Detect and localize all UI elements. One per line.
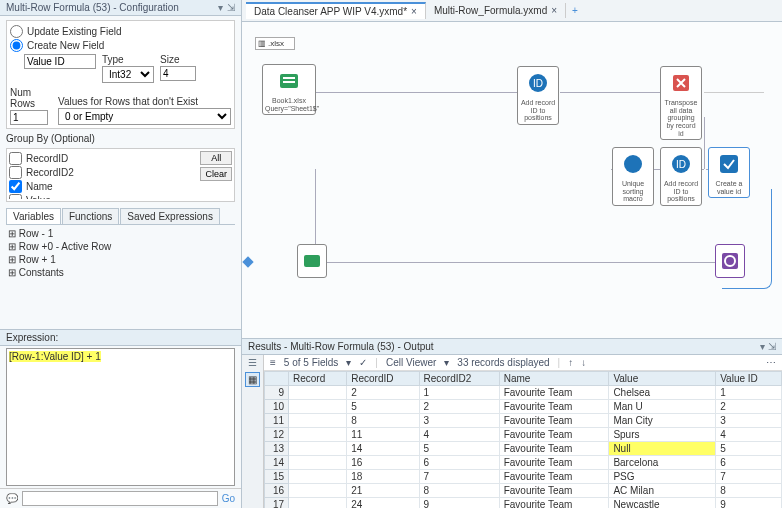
add-tab-button[interactable]: + [566, 5, 584, 16]
cell[interactable]: 2 [347, 386, 419, 400]
cell[interactable] [289, 386, 347, 400]
tree-expand-icon[interactable]: ⊞ [8, 267, 16, 278]
cell[interactable]: Favourite Team [499, 456, 609, 470]
table-icon[interactable]: ▦ [245, 372, 260, 387]
pin-icon[interactable]: ⇲ [227, 2, 235, 13]
cell[interactable]: Favourite Team [499, 470, 609, 484]
group-by-clear-button[interactable]: Clear [200, 167, 232, 181]
cell[interactable]: Chelsea [609, 386, 716, 400]
multi-row-formula-tool[interactable]: Create a value id [708, 147, 750, 198]
column-header[interactable]: RecordID2 [419, 372, 499, 386]
cell[interactable]: Favourite Team [499, 414, 609, 428]
cell[interactable]: 6 [716, 456, 782, 470]
cell[interactable]: 16 [347, 456, 419, 470]
cell[interactable]: Barcelona [609, 456, 716, 470]
group-by-item[interactable]: Name [9, 180, 232, 193]
record-id-tool-2[interactable]: ID Add record ID to positions [660, 147, 702, 206]
cell[interactable]: Favourite Team [499, 442, 609, 456]
settings-icon[interactable]: ⋯ [766, 357, 776, 368]
cell[interactable]: 8 [347, 414, 419, 428]
cell[interactable]: 2 [419, 400, 499, 414]
table-row[interactable]: 12114Favourite TeamSpurs4 [265, 428, 782, 442]
results-grid[interactable]: RecordRecordIDRecordID2NameValueValue ID… [264, 371, 782, 508]
sort-macro-tool[interactable]: Unique sorting macro [612, 147, 654, 206]
cell[interactable]: AC Milan [609, 484, 716, 498]
cell[interactable]: 6 [419, 456, 499, 470]
group-by-all-button[interactable]: All [200, 151, 232, 165]
chevron-down-icon[interactable]: ▾ [218, 2, 223, 13]
new-field-name-input[interactable] [24, 54, 96, 69]
cell[interactable]: Man U [609, 400, 716, 414]
check-icon[interactable]: ✓ [359, 357, 367, 368]
cell-viewer-dropdown-icon[interactable]: ▾ [444, 357, 449, 368]
tree-node[interactable]: ⊞ Row + 1 [8, 253, 233, 266]
cell[interactable]: 8 [716, 484, 782, 498]
cell[interactable]: 8 [419, 484, 499, 498]
close-icon[interactable]: × [551, 5, 557, 16]
table-row[interactable]: 15187Favourite TeamPSG7 [265, 470, 782, 484]
group-by-item[interactable]: Value [9, 194, 232, 199]
cell[interactable]: Favourite Team [499, 386, 609, 400]
cell[interactable]: Man City [609, 414, 716, 428]
cell[interactable]: Favourite Team [499, 484, 609, 498]
group-by-checkbox[interactable] [9, 180, 22, 193]
macro-input-tool[interactable] [297, 244, 327, 278]
pin-icon[interactable]: ⇲ [768, 341, 776, 352]
cell[interactable]: Favourite Team [499, 400, 609, 414]
cell[interactable]: 2 [716, 400, 782, 414]
cell[interactable]: 18 [347, 470, 419, 484]
go-button[interactable]: Go [222, 493, 235, 504]
cell[interactable]: PSG [609, 470, 716, 484]
tree-node[interactable]: ⊞ Constants [8, 266, 233, 279]
fields-summary[interactable]: 5 of 5 Fields [284, 357, 338, 368]
cell[interactable]: Null [609, 442, 716, 456]
size-input[interactable] [160, 66, 196, 81]
cell[interactable]: 9 [716, 498, 782, 509]
cell[interactable]: 4 [419, 428, 499, 442]
cell[interactable]: 5 [419, 442, 499, 456]
cell[interactable]: Favourite Team [499, 498, 609, 509]
group-by-checkbox[interactable] [9, 166, 22, 179]
cell[interactable] [289, 414, 347, 428]
arrow-up-icon[interactable]: ↑ [568, 357, 573, 368]
transpose-tool[interactable]: Transpose all data grouping by record id [660, 66, 702, 140]
group-by-item[interactable]: RecordID [9, 152, 232, 165]
tab-variables[interactable]: Variables [6, 208, 61, 224]
cell[interactable] [289, 498, 347, 509]
cell[interactable]: 5 [347, 400, 419, 414]
messages-icon[interactable]: ☰ [248, 357, 257, 368]
tree-expand-icon[interactable]: ⊞ [8, 228, 16, 239]
group-by-checkbox[interactable] [9, 194, 22, 199]
column-header[interactable]: Record [289, 372, 347, 386]
create-new-radio[interactable] [10, 39, 23, 52]
table-row[interactable]: 13145Favourite TeamNull5 [265, 442, 782, 456]
cell[interactable]: 5 [716, 442, 782, 456]
table-row[interactable]: 14166Favourite TeamBarcelona6 [265, 456, 782, 470]
cell[interactable]: 9 [419, 498, 499, 509]
group-by-checkbox[interactable] [9, 152, 22, 165]
cell[interactable] [289, 428, 347, 442]
cell[interactable]: 1 [419, 386, 499, 400]
cell[interactable]: 21 [347, 484, 419, 498]
input-data-tool[interactable]: Book1.xlsx Query="Sheet1$" [262, 64, 316, 115]
update-existing-radio[interactable] [10, 25, 23, 38]
table-row[interactable]: 921Favourite TeamChelsea1 [265, 386, 782, 400]
chat-icon[interactable]: 💬 [6, 493, 18, 504]
expression-editor[interactable]: [Row-1:Value ID] + 1 [6, 348, 235, 486]
table-row[interactable]: 1052Favourite TeamMan U2 [265, 400, 782, 414]
cell[interactable]: 4 [716, 428, 782, 442]
values-not-exist-select[interactable]: 0 or Empty [58, 108, 231, 125]
tab-saved-expressions[interactable]: Saved Expressions [120, 208, 220, 224]
column-header[interactable]: Value ID [716, 372, 782, 386]
cell[interactable]: 7 [716, 470, 782, 484]
browse-tool[interactable] [715, 244, 745, 278]
record-id-tool[interactable]: ID Add record ID to positions [517, 66, 559, 125]
cell[interactable]: Spurs [609, 428, 716, 442]
tree-expand-icon[interactable]: ⊞ [8, 241, 16, 252]
tree-expand-icon[interactable]: ⊞ [8, 254, 16, 265]
cell[interactable]: 14 [347, 442, 419, 456]
group-by-item[interactable]: RecordID2 [9, 166, 232, 179]
cell[interactable]: 1 [716, 386, 782, 400]
cell[interactable]: 3 [419, 414, 499, 428]
cell[interactable]: Newcastle [609, 498, 716, 509]
